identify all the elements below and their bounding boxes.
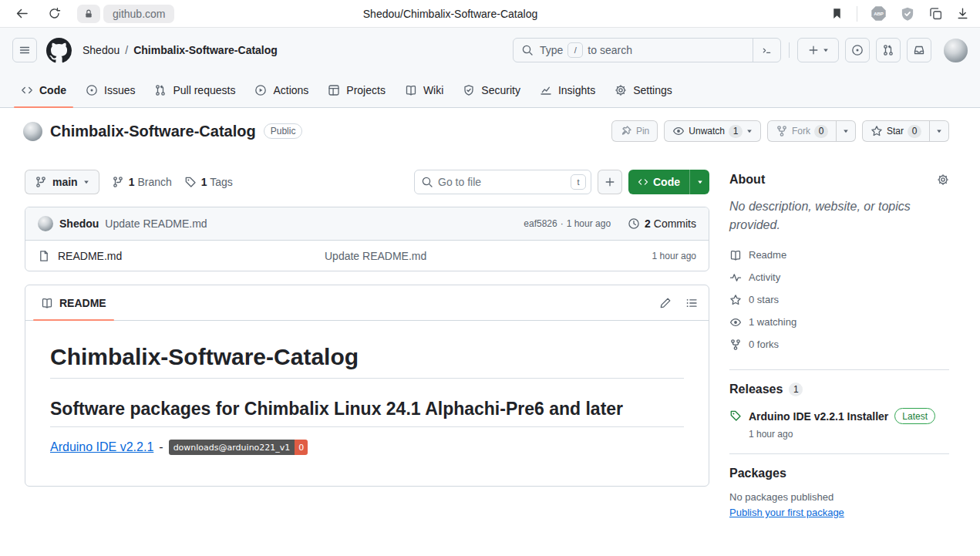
repo-owner-avatar[interactable] [23, 122, 42, 141]
header-divider [789, 42, 790, 58]
sidebar-forks-link[interactable]: 0 forks [729, 333, 949, 356]
file-name-link[interactable]: README.md [38, 250, 325, 262]
toolbar-divider [857, 6, 857, 22]
hamburger-menu-button[interactable] [12, 38, 37, 62]
url-chip[interactable]: github.com [103, 5, 174, 23]
repo-header: Chimbalix-Software-Catalog Public Pin Un… [0, 108, 980, 154]
tab-settings[interactable]: Settings [608, 72, 679, 107]
issues-dashboard-button[interactable] [845, 38, 870, 62]
downloads-button[interactable] [956, 7, 969, 20]
adblock-extension-button[interactable]: ABP [871, 5, 887, 22]
star-button[interactable]: Star 0 [862, 120, 930, 142]
repo-nav-tabs: Code Issues Pull requests Actions Projec… [0, 72, 980, 108]
latest-commit-bar: Shedou Update README.md eaf5826 · 1 hour… [25, 207, 709, 240]
site-info-button[interactable] [77, 5, 100, 23]
commit-message-link[interactable]: Update README.md [105, 217, 207, 230]
breadcrumb: Shedou / Chimbalix-Software-Catalog [83, 44, 278, 56]
sidebar-activity-link[interactable]: Activity [729, 266, 949, 288]
t-keycap: t [571, 174, 586, 190]
lock-icon [83, 8, 94, 19]
global-search-input[interactable]: Type / to search [513, 38, 781, 62]
go-to-file-input[interactable] [414, 170, 591, 194]
file-commit-time: 1 hour ago [652, 251, 696, 261]
edit-readme-button[interactable] [659, 297, 672, 309]
star-dropdown-button[interactable] [930, 120, 949, 142]
tab-insights[interactable]: Insights [533, 72, 602, 107]
branch-select-button[interactable]: main [25, 170, 99, 194]
sidebar-watching-link[interactable]: 1 watching [729, 311, 949, 333]
pin-icon [620, 125, 632, 137]
fork-button[interactable]: Fork 0 [767, 120, 837, 142]
about-section: About No description, website, or topics… [729, 173, 949, 357]
fork-count: 0 [814, 125, 828, 138]
github-header: Shedou / Chimbalix-Software-Catalog Type… [0, 28, 980, 72]
release-name-link[interactable]: Arduino IDE v2.2.1 Installer [749, 410, 888, 423]
plus-icon [604, 176, 616, 188]
caret-down-icon [843, 128, 849, 134]
browser-toolbar: github.com Shedou/Chimbalix-Software-Cat… [0, 0, 980, 28]
readme-subtitle: Software packages for Chimbalix Linux 24… [50, 399, 684, 427]
file-commit-message[interactable]: Update README.md [325, 250, 652, 262]
user-avatar[interactable] [944, 39, 968, 62]
tab-security[interactable]: Security [456, 72, 527, 107]
star-button-group: Star 0 [862, 120, 949, 142]
about-settings-button[interactable] [937, 174, 949, 186]
tab-pull-requests[interactable]: Pull requests [147, 72, 242, 107]
back-button[interactable] [11, 3, 32, 25]
tab-code[interactable]: Code [14, 72, 73, 107]
table-icon [328, 84, 340, 96]
git-branch-icon [112, 176, 124, 188]
terminal-icon [761, 45, 773, 56]
readme-title: Chimbalix-Software-Catalog [50, 344, 684, 379]
reload-button[interactable] [43, 3, 65, 25]
collections-button[interactable] [928, 6, 943, 21]
add-file-button[interactable] [598, 170, 622, 194]
hamburger-icon [19, 44, 31, 56]
arduino-ide-link[interactable]: Arduino IDE v2.2.1 [50, 440, 153, 454]
tags-link[interactable]: 1 Tags [184, 176, 233, 188]
downloads-badge[interactable]: downloads@arduino221_v1 0 [169, 440, 308, 455]
unwatch-button[interactable]: Unwatch 1 [664, 120, 761, 142]
code-button[interactable]: Code [628, 170, 689, 194]
tab-projects[interactable]: Projects [321, 72, 392, 107]
releases-link[interactable]: Releases 1 [729, 382, 949, 396]
outline-button[interactable] [685, 297, 698, 309]
commit-author-avatar[interactable] [38, 216, 53, 231]
main-content: main 1 Branch 1 Tags t [0, 154, 980, 521]
about-description: No description, website, or topics provi… [729, 197, 949, 234]
breadcrumb-owner-link[interactable]: Shedou [83, 44, 120, 56]
github-logo[interactable] [46, 38, 72, 63]
readme-tab[interactable]: README [25, 285, 122, 320]
book-icon [729, 249, 742, 261]
publish-package-link[interactable]: Publish your first package [729, 507, 844, 518]
commit-history-link[interactable]: 2 Commits [628, 217, 696, 230]
readme-card: README Chimbalix-Software-Catalog Softwa… [25, 285, 709, 487]
collections-icon [928, 6, 943, 21]
sidebar-stars-link[interactable]: 0 stars [729, 288, 949, 311]
repo-actions: Pin Unwatch 1 Fork 0 Star 0 [611, 120, 949, 142]
bookmark-button[interactable] [830, 7, 844, 20]
octocat-icon [46, 38, 72, 63]
repo-title-link[interactable]: Chimbalix-Software-Catalog [50, 123, 256, 140]
commit-time: 1 hour ago [567, 218, 611, 229]
tab-wiki[interactable]: Wiki [398, 72, 450, 107]
commit-author-link[interactable]: Shedou [59, 217, 99, 230]
code-dropdown-button[interactable] [689, 170, 709, 194]
create-new-button[interactable] [797, 38, 839, 62]
slash-keycap: / [567, 42, 583, 58]
commit-meta[interactable]: eaf5826 · 1 hour ago [524, 218, 611, 229]
privacy-extension-button[interactable] [900, 6, 915, 22]
breadcrumb-repo-link[interactable]: Chimbalix-Software-Catalog [133, 44, 278, 56]
tab-actions[interactable]: Actions [248, 72, 315, 107]
sidebar-readme-link[interactable]: Readme [729, 244, 949, 266]
pull-requests-dashboard-button[interactable] [876, 38, 901, 62]
pin-button[interactable]: Pin [611, 120, 658, 142]
fork-dropdown-button[interactable] [837, 120, 856, 142]
packages-empty-text: No packages published [729, 490, 949, 505]
branches-link[interactable]: 1 Branch [112, 176, 172, 188]
tab-issues[interactable]: Issues [79, 72, 142, 107]
svg-text:ABP: ABP [874, 12, 884, 16]
inbox-button[interactable] [907, 38, 931, 62]
command-palette-button[interactable] [753, 39, 780, 62]
caret-down-icon [746, 128, 753, 134]
